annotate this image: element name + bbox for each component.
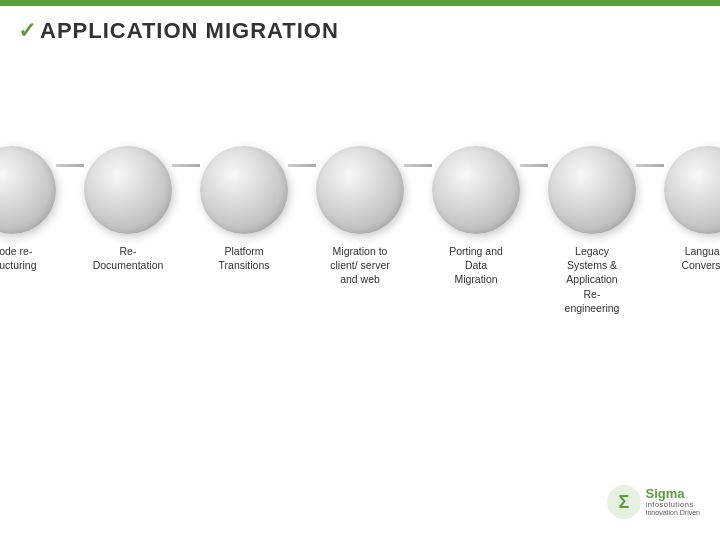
connector-6-7 <box>636 164 664 167</box>
circle-2 <box>84 146 172 234</box>
label-4: Migration toclient/ serverand web <box>316 244 404 287</box>
sigma-logo-svg: Σ <box>606 484 642 520</box>
circle-6 <box>548 146 636 234</box>
page-title: APPLICATION MIGRATION <box>40 18 339 44</box>
checkmark-icon: ✓ <box>18 18 36 44</box>
label-1: Code re-structuring <box>0 244 56 272</box>
brand-tagline: Innovation Driven <box>646 509 700 517</box>
connector-5-6 <box>520 164 548 167</box>
circle-item-7 <box>664 146 720 234</box>
label-7: LanguageConversion <box>664 244 720 272</box>
circle-item-5 <box>432 146 520 234</box>
circle-item-4 <box>316 146 404 234</box>
label-6: LegacySystems &ApplicationRe-engineering <box>548 244 636 315</box>
brand-sub: infosolutions <box>646 501 700 509</box>
circle-3 <box>200 146 288 234</box>
circle-5 <box>432 146 520 234</box>
connector-4-5 <box>404 164 432 167</box>
circle-1 <box>0 146 56 234</box>
connector-3-4 <box>288 164 316 167</box>
main-content: Code re-structuring Re-Documentation Pla… <box>0 56 720 540</box>
svg-text:Σ: Σ <box>618 492 629 512</box>
labels-row: Code re-structuring Re-Documentation Pla… <box>10 244 710 315</box>
circle-item-2 <box>84 146 172 234</box>
brand-name: Sigma <box>646 487 700 501</box>
footer-logo: Σ Sigma infosolutions Innovation Driven <box>606 484 700 520</box>
connector-1-2 <box>56 164 84 167</box>
label-3: PlatformTransitions <box>200 244 288 272</box>
circle-item-3 <box>200 146 288 234</box>
circles-row <box>10 146 710 234</box>
circles-section: Code re-structuring Re-Documentation Pla… <box>10 146 710 315</box>
connector-2-3 <box>172 164 200 167</box>
sigma-text-group: Sigma infosolutions Innovation Driven <box>646 487 700 517</box>
label-5: Porting andDataMigration <box>432 244 520 287</box>
circle-4 <box>316 146 404 234</box>
circle-7 <box>664 146 720 234</box>
circle-item-6 <box>548 146 636 234</box>
circle-item-1 <box>0 146 56 234</box>
page-header: ✓ APPLICATION MIGRATION <box>0 6 720 56</box>
label-2: Re-Documentation <box>84 244 172 272</box>
